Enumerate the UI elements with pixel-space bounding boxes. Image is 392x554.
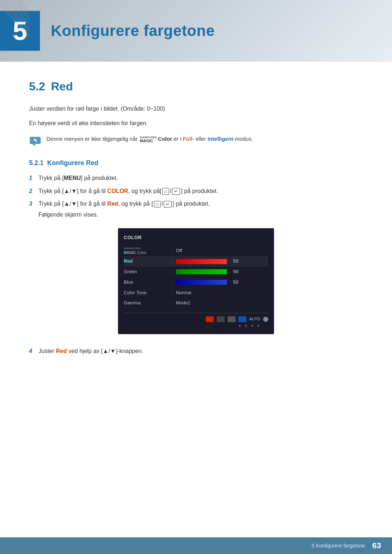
menu-row-colortone: Color Tone : Normal [124,288,268,298]
menu-row-blue: Blue : 50 [124,277,268,288]
svg-text:✎: ✎ [33,138,37,143]
menu-sep-gamma: : [171,299,172,307]
step-4: 4 Juster Red ved hjelp av [▲/▼]-knappen. [29,346,363,356]
section-title: Red [51,80,73,93]
menu-row-colortone-label: Color Tone [124,289,171,297]
section-number: 5.2 [29,80,45,93]
step-4-num: 4 [29,346,38,356]
bar-num-blue: 50 [229,279,238,286]
note-box: ✎ Denne menyen er ikke tilgjengelig når … [29,135,363,148]
step-3-sub: Følgende skjerm vises. [38,210,98,219]
bar-num-red: 50 [229,258,238,265]
ctrl-btn-4 [238,316,246,322]
chapter-title: Konfigurere fargetone [51,22,215,40]
step-2-num: 2 [29,186,38,196]
menu-val-magic: Off [176,247,182,255]
menu-sep-blue: : [171,279,172,286]
subsection-heading: 5.2.1 Konfigurere Red [29,159,363,167]
bar-num-green: 50 [229,268,238,276]
menu-row-gamma: Gamma : Mode1 [124,298,268,308]
step-1: 1 Trykk på [MENU] på produktet. [29,173,363,183]
page-header: 5 Konfigurere fargetone [0,0,392,62]
bar-blue [176,280,227,285]
monitor-wrapper: COLOR SAMSUNG MAGIC Color : Off [29,228,363,335]
step-4-text: Juster Red ved hjelp av [▲/▼]-knappen. [38,346,143,356]
pencil-icon: ✎ [29,136,41,147]
menu-row-gamma-label: Gamma [124,299,171,307]
step-1-text: Trykk på [MENU] på produktet. [38,173,118,183]
page-footer: 5 Konfigurere fargetone 63 [0,537,392,554]
menu-sep-colortone: : [171,289,172,297]
ctrl-btn-3 [228,316,236,322]
menu-row-green-label: Green [124,268,171,276]
bar-container-red: 50 [176,258,268,265]
menu-sep-magic: : [171,247,172,255]
body-para1: Juster verdien for rød farge i bildet. (… [29,104,363,114]
ctrl-auto-label: AUTO [249,316,260,323]
svg-marker-6 [33,144,36,146]
subsection-title: Konfigurere Red [47,159,98,167]
step-3-text: Trykk på [▲/▼] for å gå til Red, og tryk… [38,199,210,209]
menu-sep-green: : [171,268,172,276]
deco-lines [0,0,29,40]
bar-container-blue: 50 [176,279,268,286]
ctrl-btn-1 [206,316,214,322]
monitor-controls: AUTO [124,313,268,323]
body-para2: En høyere verdi vil øke intensiteten for… [29,119,363,128]
monitor-label: COLOR [124,234,268,242]
step-3: 3 Trykk på [▲/▼] for å gå til Red, og tr… [29,199,363,343]
step-1-num: 1 [29,173,38,183]
menu-row-magic-label: SAMSUNG MAGIC Color [124,247,171,255]
menu-row-green: Green : 50 [124,267,268,277]
steps-list: 1 Trykk på [MENU] på produktet. 2 Trykk … [29,173,363,356]
ctrl-power [263,317,268,322]
step-3-num: 3 [29,199,38,209]
step-2: 2 Trykk på [▲/▼] for å gå til COLOR, og … [29,186,363,196]
menu-sep-red: : [171,258,172,265]
menu-row-red: Red : 50 [124,256,268,267]
menu-row-magic: SAMSUNG MAGIC Color : Off [124,246,268,256]
footer-page-number: 63 [372,541,381,550]
menu-row-blue-label: Blue [124,279,171,286]
step-2-text: Trykk på [▲/▼] for å gå til COLOR, og tr… [38,186,218,196]
menu-val-colortone: Normal [176,289,191,297]
bar-red [176,259,227,264]
menu-rows: SAMSUNG MAGIC Color : Off Red : [124,246,268,308]
menu-row-red-label: Red [124,258,171,265]
main-content: 5.2 Red Juster verdien for rød farge i b… [0,62,392,381]
note-text: Denne menyen er ikke tilgjengelig når SA… [46,135,253,143]
note-icon: ✎ [29,136,41,148]
bar-green [176,269,227,274]
bar-container-green: 50 [176,268,268,276]
monitor-screen: COLOR SAMSUNG MAGIC Color : Off [118,228,274,335]
menu-val-gamma: Mode1 [176,299,191,307]
ctrl-btn-2 [217,316,225,322]
section-heading: 5.2 Red [29,80,363,93]
subsection-number: 5.2.1 [29,159,44,167]
footer-chapter-label: 5 Konfigurere fargetone [311,543,365,549]
